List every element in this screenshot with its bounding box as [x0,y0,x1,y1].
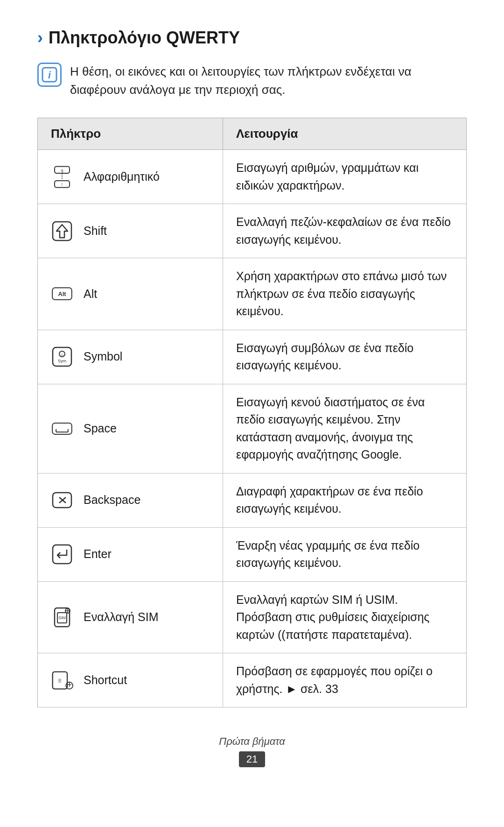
key-cell: ☺ Sym Symbol [38,330,223,384]
svg-marker-8 [56,225,68,238]
svg-rect-22 [53,545,71,564]
info-box: i Η θέση, οι εικόνες και οι λειτουργίες … [37,61,467,101]
symbol-icon: ☺ Sym [51,346,73,368]
svg-text:☰: ☰ [58,678,62,683]
space-icon [51,420,73,438]
page-title: › Πληκτρολόγιο QWERTY [37,28,467,48]
shift-icon [51,220,73,242]
key-function: Εναλλαγή καρτών SIM ή USIM. Πρόσβαση στι… [223,581,467,653]
key-name: Αλφαριθμητικό [84,168,160,186]
backspace-icon [51,489,73,511]
svg-text:Alt: Alt [58,290,66,297]
key-function: Χρήση χαρακτήρων στο επάνω μισό των πλήκ… [223,258,467,330]
table-row: SIM Εναλλαγή SIM Εναλλαγή καρτών SIM ή U… [38,581,467,653]
key-cell: q ! Αλφαριθμητικό [38,150,223,204]
key-name: Shortcut [84,671,127,689]
key-name: Εναλλαγή SIM [84,608,159,626]
key-cell: Enter [38,527,223,581]
table-row: ☰ Shortcut Πρόσβαση σε εφαρμογές που ορί… [38,653,467,707]
key-function: Διαγραφή χαρακτήρων σε ένα πεδίο εισαγωγ… [223,473,467,527]
key-cell: Space [38,384,223,473]
alphanumeric-icon: q ! [51,166,73,188]
title-arrow: › [37,28,43,48]
key-name: Backspace [84,491,140,509]
key-cell: Alt Alt [38,258,223,330]
footer: Πρώτα βήματα 21 [37,735,467,767]
alt-icon: Alt [51,283,73,305]
key-name: Enter [84,545,112,563]
key-function: Εισαγωγή κενού διαστήματος σε ένα πεδίο … [223,384,467,473]
table-row: Alt Alt Χρήση χαρακτήρων στο επάνω μισό … [38,258,467,330]
key-name: Alt [84,285,97,303]
col1-header: Πλήκτρο [38,118,223,150]
svg-text:Sym: Sym [58,359,66,363]
table-row: q ! Αλφαριθμητικό Εισαγωγή αριθμών, γραμ… [38,150,467,204]
svg-text:SIM: SIM [58,615,66,620]
key-name: Shift [84,222,107,240]
key-cell: Shift [38,204,223,258]
shortcut-icon: ☰ [51,669,73,692]
col2-header: Λειτουργία [223,118,467,150]
svg-rect-15 [52,423,72,434]
enter-icon [51,543,73,565]
key-cell: SIM Εναλλαγή SIM [38,581,223,653]
key-function: Εισαγωγή συμβόλων σε ένα πεδίο εισαγωγής… [223,330,467,384]
key-function: Πρόσβαση σε εφαρμογές που ορίζει ο χρήστ… [223,653,467,707]
footer-text: Πρώτα βήματα [37,735,467,748]
key-name: Space [84,420,117,438]
table-row: Shift Εναλλαγή πεζών-κεφαλαίων σε ένα πε… [38,204,467,258]
svg-text:q: q [61,168,63,172]
svg-text:!: ! [62,182,63,187]
key-function: Έναρξη νέας γραμμής σε ένα πεδίο εισαγωγ… [223,527,467,581]
table-row: Space Εισαγωγή κενού διαστήματος σε ένα … [38,384,467,473]
keyboard-table: Πλήκτρο Λειτουργία q ! Αλφαριθμητικό Εισ… [37,118,467,707]
svg-text:☺: ☺ [60,353,64,357]
key-cell: Backspace [38,473,223,527]
key-function: Εισαγωγή αριθμών, γραμμάτων και ειδικών … [223,150,467,204]
info-icon: i [37,63,62,87]
table-row: ☺ Sym Symbol Εισαγωγή συμβόλων σε ένα πε… [38,330,467,384]
key-cell: ☰ Shortcut [38,653,223,707]
page-number: 21 [239,751,265,767]
key-name: Symbol [84,348,122,366]
table-row: Enter Έναρξη νέας γραμμής σε ένα πεδίο ε… [38,527,467,581]
table-row: Backspace Διαγραφή χαρακτήρων σε ένα πεδ… [38,473,467,527]
sim-icon: SIM [51,606,73,629]
key-function: Εναλλαγή πεζών-κεφαλαίων σε ένα πεδίο ει… [223,204,467,258]
info-text: Η θέση, οι εικόνες και οι λειτουργίες τω… [70,63,467,99]
svg-text:i: i [48,69,51,81]
